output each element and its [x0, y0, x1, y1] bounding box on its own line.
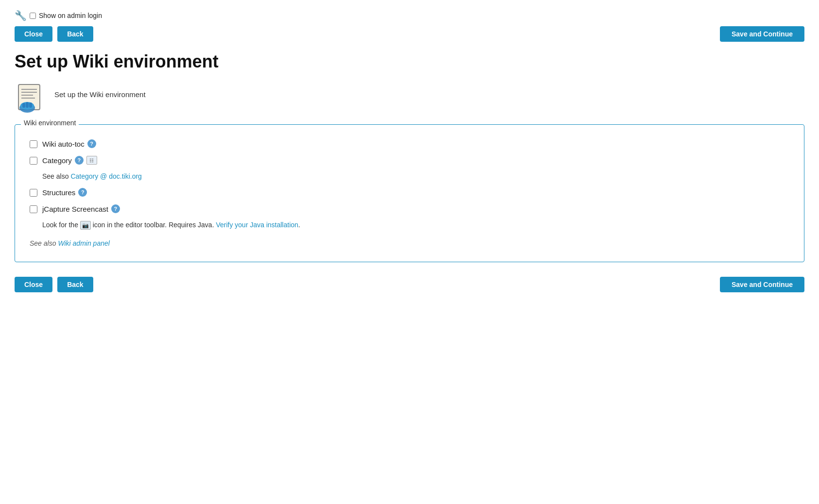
category-list-icon[interactable]: ☷: [86, 156, 97, 165]
svg-rect-7: [22, 103, 25, 108]
wiki-auto-toc-help-icon[interactable]: ?: [87, 139, 96, 148]
category-label[interactable]: Category ? ☷: [42, 156, 97, 165]
svg-rect-9: [29, 102, 32, 108]
category-doc-link[interactable]: Category @ doc.tiki.org: [70, 172, 142, 180]
intro-text: Set up the Wiki environment: [54, 82, 146, 99]
jcapture-help-icon[interactable]: ?: [111, 204, 120, 213]
java-verify-link[interactable]: Verify your Java installation: [216, 221, 298, 229]
category-help-icon[interactable]: ?: [75, 156, 84, 165]
bottom-bar: Close Back Save and Continue: [15, 277, 804, 292]
jcapture-sub-text: Look for the 📷 icon in the editor toolba…: [42, 221, 789, 230]
structures-label[interactable]: Structures ?: [42, 188, 87, 197]
top-button-group: Close Back: [15, 26, 93, 42]
show-admin-label[interactable]: Show on admin login: [39, 12, 102, 19]
back-button-top[interactable]: Back: [57, 26, 93, 42]
structures-checkbox[interactable]: [30, 189, 37, 197]
wiki-auto-toc-label[interactable]: Wiki auto-toc ?: [42, 139, 96, 148]
close-button-bottom[interactable]: Close: [15, 277, 52, 292]
back-button-bottom[interactable]: Back: [57, 277, 93, 292]
save-continue-button-top[interactable]: Save and Continue: [720, 26, 804, 42]
wiki-auto-toc-checkbox[interactable]: [30, 140, 37, 148]
show-admin-row: 🔧 Show on admin login: [15, 10, 804, 21]
option-row-wiki-auto-toc: Wiki auto-toc ?: [30, 139, 789, 148]
structures-help-icon[interactable]: ?: [78, 188, 87, 197]
jcapture-label[interactable]: jCapture Screencast ?: [42, 204, 120, 213]
svg-rect-8: [26, 102, 29, 108]
wiki-environment-fieldset: Wiki environment Wiki auto-toc ? Categor…: [15, 124, 804, 262]
category-sub-text: See also Category @ doc.tiki.org: [42, 172, 789, 180]
top-bar: Close Back Save and Continue: [15, 26, 804, 42]
option-row-structures: Structures ?: [30, 188, 789, 197]
jcapture-checkbox[interactable]: [30, 205, 37, 213]
intro-section: Set up the Wiki environment: [15, 82, 804, 113]
category-checkbox[interactable]: [30, 157, 37, 165]
page-title: Set up Wiki environment: [15, 51, 804, 72]
option-row-category: Category ? ☷: [30, 156, 789, 165]
see-also-footer: See also Wiki admin panel: [30, 239, 789, 247]
save-continue-button-bottom[interactable]: Save and Continue: [720, 277, 804, 292]
option-row-jcapture: jCapture Screencast ?: [30, 204, 789, 213]
fieldset-legend: Wiki environment: [21, 119, 79, 127]
wiki-admin-panel-link[interactable]: Wiki admin panel: [58, 239, 109, 247]
show-admin-checkbox[interactable]: [30, 13, 36, 19]
wiki-icon: [15, 82, 46, 113]
sparkle-icon: 🔧: [15, 10, 27, 21]
camera-icon: 📷: [80, 221, 91, 230]
close-button-top[interactable]: Close: [15, 26, 52, 42]
bottom-button-group: Close Back: [15, 277, 93, 292]
